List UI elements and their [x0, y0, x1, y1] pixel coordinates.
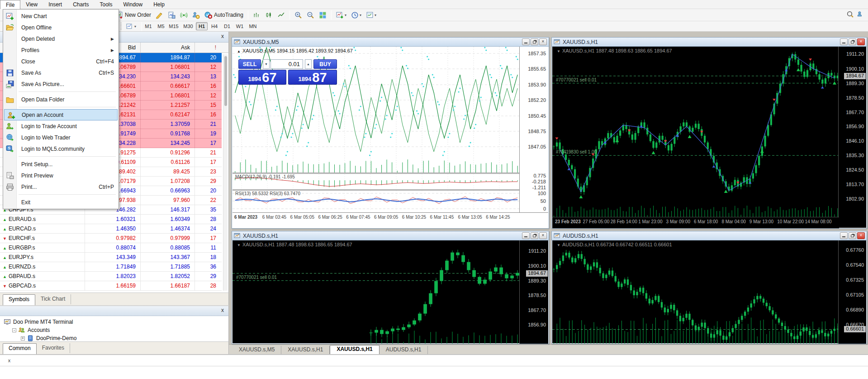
file-menu-item-print-preview[interactable]: Print Preview	[3, 170, 119, 181]
chart-window-titlebar[interactable]: AUDUSD.s,H1×	[552, 231, 867, 240]
chart-window-br[interactable]: AUDUSD.s,H1×▼AUDUSD.s,H1 0.66734 0.66742…	[551, 231, 867, 344]
file-menu-item-open-deleted[interactable]: Open Deleted▶	[3, 33, 119, 44]
column-header-ask[interactable]: Ask	[140, 43, 194, 53]
minimize-button[interactable]	[522, 38, 530, 45]
time-axis[interactable]: 23 Feb 202327 Feb 05:0028 Feb 14:001 Mar…	[552, 217, 839, 228]
line-chart-button[interactable]	[275, 10, 287, 20]
one-click-toggle-icon[interactable]: ▼	[237, 243, 241, 247]
market-watch-row[interactable]: ▲EURGBP.s0.880740.8808511	[0, 243, 222, 253]
chart-window-titlebar[interactable]: XAUUSD.s,H1×	[552, 38, 867, 47]
buy-price-display[interactable]: 189487	[288, 70, 337, 85]
menubar-item-help[interactable]: Help	[148, 0, 170, 9]
buy-button[interactable]: BUY	[313, 59, 337, 69]
candles-chart-button[interactable]	[263, 10, 275, 20]
bars-chart-button[interactable]	[251, 10, 262, 20]
file-menu-item-save-as-picture[interactable]: Save As Picture...	[3, 78, 119, 90]
tab-symbols[interactable]: Symbols	[3, 294, 35, 305]
menubar-item-file[interactable]: File	[0, 0, 20, 9]
minimize-button[interactable]	[522, 232, 530, 239]
tab-favorites[interactable]: Favorites	[37, 343, 70, 353]
market-watch-row[interactable]: ▲EURNZD.s1.718491.7188536	[0, 262, 222, 272]
market-watch-row[interactable]: ▲EURAUD.s1.603211.6034928	[0, 215, 222, 224]
templates-button[interactable]: ▾	[364, 10, 378, 20]
price-scale[interactable]: 1911.201900.101889.301878.501867.701856.…	[838, 47, 866, 217]
chart-body[interactable]: #70770021 sell 0.01▼XAUUSD.s,H1 1887.48 …	[232, 240, 548, 343]
volume-input[interactable]: 0.01	[270, 59, 303, 69]
time-axis[interactable]: 6 Mar 20236 Mar 03:456 Mar 05:056 Mar 06…	[232, 212, 548, 228]
autotrading-button[interactable]: AutoTrading	[203, 10, 245, 20]
scrollbar-thumb[interactable]	[224, 56, 227, 106]
tile-windows-button[interactable]	[317, 10, 328, 20]
chart-tab-xauusd-s-h1[interactable]: XAUUSD.s,H1	[330, 345, 379, 354]
chart-window-tr[interactable]: XAUUSD.s,H1×#70770021 sell 0.01#70419830…	[551, 37, 867, 229]
navigator-item-doo-prime-mt4-terminal[interactable]: Doo Prime MT4 Terminal	[4, 318, 73, 326]
market-watch-row[interactable]: ▼EURCHF.s0.979820.9799917	[0, 234, 222, 243]
volume-increase-button[interactable]: ▲	[305, 59, 312, 69]
market-watch-row[interactable]: ▼GBPCAD.s1.661591.6618728	[0, 281, 222, 291]
menubar-item-view[interactable]: View	[20, 0, 43, 9]
chart-body[interactable]: #70770021 sell 0.01#70419830 sell 1.00▼X…	[552, 47, 866, 228]
file-menu-item-open-offline[interactable]: Open Offline	[3, 22, 119, 33]
restore-button[interactable]	[849, 232, 856, 239]
periods-clock-button[interactable]: ▾	[349, 10, 363, 20]
close-button[interactable]: ×	[857, 232, 865, 239]
timeframe-m5-button[interactable]: M5	[155, 22, 167, 30]
restore-button[interactable]	[849, 38, 856, 45]
file-menu-item-print[interactable]: Print...Ctrl+P	[3, 181, 119, 192]
timeframe-mn-button[interactable]: MN	[247, 22, 259, 30]
chart-window-titlebar[interactable]: XAUUSD.s,M5×	[232, 38, 549, 47]
community-icon[interactable]	[857, 10, 864, 18]
one-click-toggle-icon[interactable]: ▼	[557, 49, 560, 53]
navigator-item-accounts[interactable]: -Accounts	[12, 326, 50, 334]
indicators-button[interactable]: ▾	[334, 10, 348, 20]
price-scale[interactable]: 1857.351855.651853.901852.201850.451848.…	[519, 47, 548, 212]
one-click-toggle-icon[interactable]: ▲	[237, 49, 241, 53]
file-menu-item-login-to-mql5-community[interactable]: SLogin to MQL5.community	[3, 143, 119, 154]
minimize-button[interactable]	[840, 232, 848, 239]
sell-price-display[interactable]: 189467	[238, 70, 286, 85]
minimize-button[interactable]	[840, 38, 848, 45]
market-watch-close-icon[interactable]: x	[219, 34, 226, 40]
new-order-button[interactable]: New Order	[114, 10, 153, 20]
chart-window-tl[interactable]: XAUUSD.s,M5×▲XAUUSD.s,M5 1894.15 1895.42…	[232, 37, 549, 229]
close-button[interactable]: ×	[857, 38, 865, 45]
file-menu-item-login-to-trade-account[interactable]: Login to Trade Account	[3, 120, 119, 132]
volume-decrease-button[interactable]: ▼	[263, 59, 270, 69]
column-header-spread[interactable]: !	[194, 43, 221, 53]
navigator-close-icon[interactable]: x	[219, 307, 226, 314]
file-menu-item-exit[interactable]: Exit	[3, 197, 119, 208]
timeframe-h1-button[interactable]: H1	[196, 22, 208, 30]
one-click-toggle-icon[interactable]: ▼	[557, 243, 560, 247]
timeframe-h4-button[interactable]: H4	[209, 22, 220, 30]
price-scale[interactable]: 1911.201900.101889.301878.501867.701856.…	[519, 240, 548, 344]
timeframe-m15-button[interactable]: M15	[167, 22, 180, 30]
file-menu-item-login-to-web-trader[interactable]: Login to Web Trader	[3, 132, 119, 143]
chart-tab-xauusd-s-h1[interactable]: XAUUSD.s,H1	[281, 346, 330, 354]
menubar-item-insert[interactable]: Insert	[43, 0, 67, 9]
expand-icon[interactable]: +	[21, 336, 25, 341]
file-menu-item-close[interactable]: CloseCtrl+F4	[3, 56, 119, 67]
crayon-button[interactable]	[154, 10, 165, 20]
close-button[interactable]: ×	[539, 232, 547, 239]
timeframe-d1-button[interactable]: D1	[221, 22, 233, 30]
search-icon[interactable]	[846, 10, 854, 18]
menubar-item-charts[interactable]: Charts	[67, 0, 94, 9]
file-menu-item-new-chart[interactable]: New Chart	[3, 10, 119, 22]
file-menu-item-save-as[interactable]: Save AsCtrl+S	[3, 67, 119, 78]
chart-plot-area[interactable]	[552, 240, 839, 344]
market-watch-row[interactable]: ▲EURCAD.s1.463501.4637424	[0, 224, 222, 234]
chart-plot-area[interactable]: #70770021 sell 0.01	[232, 240, 520, 344]
rsi-pane[interactable]: RSI(13) 58.5332 RSI(3) 63.7470	[232, 191, 520, 211]
chart-body[interactable]: ▲XAUUSD.s,M5 1894.15 1895.42 1893.92 189…	[232, 47, 548, 228]
collapse-icon[interactable]: -	[12, 328, 16, 332]
market-watch-row[interactable]: ▲GBPAUD.s1.820231.8205229	[0, 272, 222, 281]
chart-period-button[interactable]: ▾	[124, 21, 138, 32]
profile-gear-button[interactable]	[190, 10, 202, 20]
chart-plot-area[interactable]: #70770021 sell 0.01#70419830 sell 1.00	[552, 47, 839, 217]
macd-pane[interactable]: MACD(12,26,9) -0.191 -1.695	[232, 174, 520, 189]
zoom-in-button[interactable]	[293, 10, 304, 20]
chart-body[interactable]: ▼AUDUSD.s,H1 0.66734 0.66742 0.66511 0.6…	[552, 240, 866, 343]
file-menu-item-open-an-account[interactable]: Open an Account	[4, 109, 118, 120]
timeframe-m30-button[interactable]: M30	[181, 22, 195, 30]
chart-tab-audusd-s-h1[interactable]: AUDUSD.s,H1	[379, 346, 428, 354]
